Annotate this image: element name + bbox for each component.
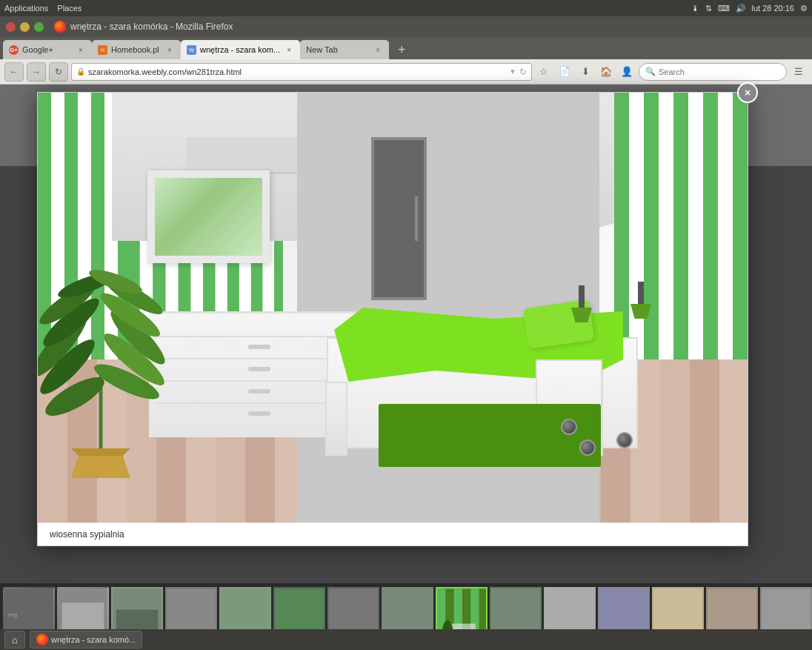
svg-rect-20 xyxy=(116,610,159,631)
tab-google-close[interactable]: × xyxy=(76,44,86,55)
taskbar-home-button[interactable]: ⌂ xyxy=(4,631,25,649)
tab-homebook-close[interactable]: × xyxy=(164,44,175,55)
volume-icon: 🔊 xyxy=(736,4,746,13)
browser-window: wnętrza - szara komórka - Mozilla Firefo… xyxy=(0,16,812,84)
menu-button[interactable]: ☰ xyxy=(790,63,808,81)
forward-button[interactable]: → xyxy=(27,62,46,82)
weebly-favicon: W xyxy=(187,45,196,55)
content-area: × xyxy=(0,84,812,650)
tab-wnetrza[interactable]: W wnętrza - szara kom... × xyxy=(181,40,300,59)
taskbar: ⌂ wnętrza - szara komó... xyxy=(0,629,812,650)
window-close-button[interactable] xyxy=(6,22,16,32)
back-button[interactable]: ← xyxy=(4,62,24,82)
room-scene xyxy=(38,93,748,523)
nav-bar: ← → ↻ 🔒 szarakomorka.weebly.com/wn281trz… xyxy=(0,59,812,84)
tab-wnetrza-close[interactable]: × xyxy=(284,44,294,55)
tab-wnetrza-label: wnętrza - szara kom... xyxy=(200,45,280,54)
download-button[interactable]: ⬇ xyxy=(576,63,594,81)
home-icon: ⌂ xyxy=(12,634,18,646)
taskbar-browser-label: wnętrza - szara komó... xyxy=(51,635,136,644)
title-bar: wnętrza - szara komórka - Mozilla Firefo… xyxy=(0,16,812,37)
lock-icon: 🔒 xyxy=(76,67,85,76)
wall-lamp-right xyxy=(630,282,651,319)
applications-menu[interactable]: Applications xyxy=(4,4,48,13)
datetime-label: lut 28 20:16 xyxy=(752,4,795,13)
plant-svg xyxy=(38,248,171,478)
thermometer-icon: 🌡 xyxy=(691,4,699,13)
system-bar: Applications Places 🌡 ⇅ ⌨ 🔊 lut 28 20:16… xyxy=(0,0,812,16)
network-icon: ⇅ xyxy=(705,4,712,13)
settings-icon: ⚙ xyxy=(800,4,808,13)
bed-footboard xyxy=(325,382,347,456)
firefox-title-icon xyxy=(54,21,66,33)
tab-newtab[interactable]: New Tab × xyxy=(300,40,389,59)
reload-icon[interactable]: ↻ xyxy=(519,67,527,77)
taskbar-browser-button[interactable]: wnętrza - szara komó... xyxy=(30,631,142,649)
caption-text: wiosenna sypialnia xyxy=(50,529,124,540)
round-object-3 xyxy=(616,432,633,448)
keyboard-icon: ⌨ xyxy=(718,4,730,13)
star-button[interactable]: ☆ xyxy=(535,63,553,81)
refresh-button[interactable]: ↻ xyxy=(49,62,68,82)
lightbox: × xyxy=(37,92,748,546)
url-text: szarakomorka.weebly.com/wn281trza.html xyxy=(88,67,506,76)
tab-homebook[interactable]: H Homebook.pl × xyxy=(92,40,181,59)
round-object-2 xyxy=(579,440,596,456)
tab-google-label: Google+ xyxy=(22,45,72,54)
window-minimize-button[interactable] xyxy=(20,22,30,32)
door-frame xyxy=(371,137,427,300)
search-bar[interactable]: 🔍 xyxy=(639,63,787,81)
url-dropdown-icon[interactable]: ▼ xyxy=(509,67,516,76)
svg-text:img: img xyxy=(8,611,17,618)
wall-lamp-left xyxy=(571,285,592,322)
svg-marker-0 xyxy=(71,456,130,478)
window-title-text: wnętrza - szara komórka - Mozilla Firefo… xyxy=(70,21,233,32)
tab-homebook-label: Homebook.pl xyxy=(111,45,161,54)
profile-button[interactable]: 👤 xyxy=(618,63,636,81)
round-object-1 xyxy=(561,419,577,435)
tab-newtab-label: New Tab xyxy=(306,45,369,54)
homebook-favicon: H xyxy=(98,45,107,55)
url-bar[interactable]: 🔒 szarakomorka.weebly.com/wn281trza.html… xyxy=(71,63,532,81)
lightbox-caption: wiosenna sypialnia xyxy=(38,523,748,545)
home-nav-button[interactable]: 🏠 xyxy=(597,63,615,81)
window-title: wnętrza - szara komórka - Mozilla Firefo… xyxy=(54,21,233,33)
firefox-taskbar-icon xyxy=(36,634,48,646)
system-bar-right: 🌡 ⇅ ⌨ 🔊 lut 28 20:16 ⚙ xyxy=(691,4,808,13)
window-maximize-button[interactable] xyxy=(34,22,44,32)
svg-rect-18 xyxy=(62,603,104,631)
lightbox-close-button[interactable]: × xyxy=(737,82,758,103)
lightbox-image xyxy=(38,93,748,523)
bookmark-button[interactable]: 📄 xyxy=(556,63,573,81)
tab-newtab-close[interactable]: × xyxy=(373,44,383,55)
new-tab-button[interactable]: + xyxy=(392,40,411,59)
tab-google[interactable]: G+ Google+ × xyxy=(3,40,92,59)
system-bar-left: Applications Places xyxy=(4,4,81,13)
search-icon: 🔍 xyxy=(645,67,656,76)
places-menu[interactable]: Places xyxy=(57,4,81,13)
google-favicon: G+ xyxy=(9,45,19,55)
svg-marker-1 xyxy=(71,448,130,456)
tab-bar: G+ Google+ × H Homebook.pl × W wnętrza -… xyxy=(0,37,812,59)
rug xyxy=(379,404,601,467)
search-input[interactable] xyxy=(659,67,780,76)
